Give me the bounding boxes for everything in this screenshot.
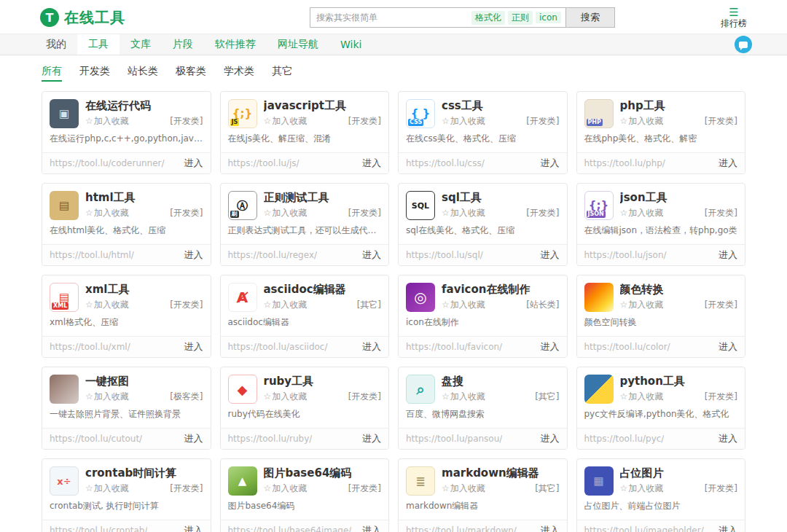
tool-title[interactable]: markdown编辑器 bbox=[442, 466, 560, 480]
tool-card[interactable]: ≣markdown编辑器☆加入收藏[其它]markdown编辑器https://… bbox=[398, 458, 568, 532]
tool-card[interactable]: { }CSScss工具☆加入收藏[开发类]在线css美化、格式化、压缩https… bbox=[398, 91, 568, 174]
enter-link[interactable]: 进入 bbox=[362, 249, 381, 262]
enter-link[interactable]: 进入 bbox=[541, 524, 560, 532]
tool-title[interactable]: php工具 bbox=[620, 99, 738, 113]
tool-title[interactable]: 图片base64编码 bbox=[264, 466, 382, 480]
tool-card[interactable]: {;}JSjavascript工具☆加入收藏[开发类]在线js美化、解压缩、混淆… bbox=[220, 91, 390, 174]
add-favorite-button[interactable]: ☆加入收藏 bbox=[442, 207, 485, 219]
tool-card[interactable]: {;}JSONjson工具☆加入收藏[开发类]在线编辑json，语法检查，转ph… bbox=[576, 183, 746, 266]
tool-card[interactable]: Ⓐ刷正则测试工具☆加入收藏[开发类]正则表达式测试工具，还可以生成代码哦http… bbox=[220, 183, 390, 266]
tool-title[interactable]: 在线运行代码 bbox=[85, 99, 203, 113]
tool-title[interactable]: 一键抠图 bbox=[85, 375, 203, 388]
tool-title[interactable]: crontab时间计算 bbox=[85, 466, 203, 480]
add-favorite-button[interactable]: ☆加入收藏 bbox=[442, 299, 485, 311]
add-favorite-button[interactable]: ☆加入收藏 bbox=[85, 115, 129, 128]
add-favorite-button[interactable]: ☆加入收藏 bbox=[264, 115, 308, 128]
tool-card[interactable]: PHPphp工具☆加入收藏[开发类]在线php美化、格式化、解密https://… bbox=[576, 91, 746, 174]
tool-card[interactable]: ◎favicon在线制作☆加入收藏[站长类]icon在线制作https://to… bbox=[398, 275, 568, 358]
tab-wiki[interactable]: Wiki bbox=[329, 34, 372, 55]
tool-card[interactable]: python工具☆加入收藏[开发类]pyc文件反编译,python美化、格式化h… bbox=[576, 367, 746, 450]
tool-title[interactable]: 颜色转换 bbox=[620, 283, 738, 297]
add-favorite-button[interactable]: ☆加入收藏 bbox=[620, 115, 664, 128]
tool-card[interactable]: ▲图片base64编码☆加入收藏[开发类]图片base64编码https://t… bbox=[220, 458, 390, 532]
tab-snippets[interactable]: 片段 bbox=[162, 34, 204, 55]
add-favorite-button[interactable]: ☆加入收藏 bbox=[620, 207, 664, 219]
chat-icon[interactable] bbox=[735, 36, 752, 53]
ranking-link[interactable]: ☰ 排行榜 bbox=[721, 7, 747, 29]
tool-title[interactable]: python工具 bbox=[620, 375, 738, 388]
enter-link[interactable]: 进入 bbox=[719, 432, 737, 445]
add-favorite-button[interactable]: ☆加入收藏 bbox=[85, 391, 129, 403]
tool-card[interactable]: Ⱥasciidoc编辑器☆加入收藏[其它]asciidoc编辑器https://… bbox=[220, 275, 390, 358]
enter-link[interactable]: 进入 bbox=[541, 157, 560, 170]
tool-title[interactable]: html工具 bbox=[85, 191, 203, 205]
tool-card[interactable]: 颜色转换☆加入收藏[开发类]颜色空间转换https://tool.lu/colo… bbox=[576, 275, 746, 358]
enter-link[interactable]: 进入 bbox=[541, 432, 560, 445]
add-favorite-button[interactable]: ☆加入收藏 bbox=[264, 299, 308, 311]
tool-card[interactable]: ⌕盘搜☆加入收藏[其它]百度、微博网盘搜索https://tool.lu/pan… bbox=[398, 367, 568, 450]
search-input[interactable] bbox=[310, 8, 467, 27]
tool-card[interactable]: ▤XMLxml工具☆加入收藏[开发类]xml格式化、压缩https://tool… bbox=[42, 275, 211, 358]
add-favorite-button[interactable]: ☆加入收藏 bbox=[85, 482, 129, 495]
quicklink-icon[interactable]: icon bbox=[536, 12, 561, 23]
site-title[interactable]: 在线工具 bbox=[64, 8, 125, 28]
tool-title[interactable]: favicon在线制作 bbox=[442, 283, 560, 297]
add-favorite-button[interactable]: ☆加入收藏 bbox=[264, 207, 308, 219]
tool-title[interactable]: 盘搜 bbox=[442, 375, 560, 388]
add-favorite-button[interactable]: ☆加入收藏 bbox=[264, 391, 308, 403]
enter-link[interactable]: 进入 bbox=[719, 157, 737, 170]
tool-card[interactable]: ▤html工具☆加入收藏[开发类]在线html美化、格式化、压缩https://… bbox=[42, 183, 211, 266]
enter-link[interactable]: 进入 bbox=[719, 340, 737, 353]
category-academic[interactable]: 学术类 bbox=[224, 65, 254, 82]
tool-title[interactable]: asciidoc编辑器 bbox=[264, 283, 382, 297]
enter-link[interactable]: 进入 bbox=[184, 524, 203, 532]
enter-link[interactable]: 进入 bbox=[184, 157, 203, 170]
tool-card[interactable]: ◆ruby工具☆加入收藏[开发类]ruby代码在线美化https://tool.… bbox=[220, 367, 390, 450]
enter-link[interactable]: 进入 bbox=[719, 249, 737, 262]
add-favorite-button[interactable]: ☆加入收藏 bbox=[442, 115, 485, 128]
tool-title[interactable]: json工具 bbox=[620, 191, 738, 205]
tool-card[interactable]: ▦占位图片☆加入收藏[开发类]占位图片、前端占位图片https://tool.l… bbox=[576, 458, 746, 532]
add-favorite-button[interactable]: ☆加入收藏 bbox=[620, 482, 664, 495]
enter-link[interactable]: 进入 bbox=[184, 249, 203, 262]
enter-link[interactable]: 进入 bbox=[362, 432, 381, 445]
enter-link[interactable]: 进入 bbox=[541, 249, 560, 262]
category-all[interactable]: 所有 bbox=[42, 65, 62, 82]
tool-title[interactable]: sql工具 bbox=[442, 191, 560, 205]
tool-title[interactable]: css工具 bbox=[442, 99, 560, 113]
tool-card[interactable]: ▣在线运行代码☆加入收藏[开发类]在线运行php,c,c++,go,python… bbox=[42, 91, 211, 174]
add-favorite-button[interactable]: ☆加入收藏 bbox=[442, 391, 485, 403]
category-other[interactable]: 其它 bbox=[272, 65, 292, 82]
tool-card[interactable]: SQLsql工具☆加入收藏[开发类]sql在线美化、格式化、压缩https://… bbox=[398, 183, 568, 266]
add-favorite-button[interactable]: ☆加入收藏 bbox=[620, 391, 664, 403]
tab-mine[interactable]: 我的 bbox=[35, 34, 77, 55]
tool-title[interactable]: xml工具 bbox=[85, 283, 203, 297]
tab-sitenav[interactable]: 网址导航 bbox=[267, 34, 329, 55]
enter-link[interactable]: 进入 bbox=[362, 157, 381, 170]
quicklink-format[interactable]: 格式化 bbox=[471, 11, 505, 25]
add-favorite-button[interactable]: ☆加入收藏 bbox=[264, 482, 308, 495]
enter-link[interactable]: 进入 bbox=[184, 340, 203, 353]
tool-card[interactable]: x÷crontab时间计算☆加入收藏[开发类]crontab测试, 执行时间计算… bbox=[42, 458, 211, 532]
tool-title[interactable]: ruby工具 bbox=[264, 375, 382, 388]
tab-tools[interactable]: 工具 bbox=[77, 34, 120, 55]
enter-link[interactable]: 进入 bbox=[541, 340, 560, 353]
category-dev[interactable]: 开发类 bbox=[79, 65, 110, 82]
tool-card[interactable]: 一键抠图☆加入收藏[极客类]一键去除照片背景、证件照换背景https://too… bbox=[42, 367, 211, 450]
add-favorite-button[interactable]: ☆加入收藏 bbox=[442, 482, 485, 495]
tab-docs[interactable]: 文库 bbox=[120, 34, 162, 55]
quicklink-regex[interactable]: 正则 bbox=[508, 11, 533, 25]
tab-software[interactable]: 软件推荐 bbox=[204, 34, 267, 55]
category-webmaster[interactable]: 站长类 bbox=[128, 65, 158, 82]
tool-title[interactable]: 占位图片 bbox=[620, 466, 738, 480]
enter-link[interactable]: 进入 bbox=[184, 432, 203, 445]
enter-link[interactable]: 进入 bbox=[362, 340, 381, 353]
logo-icon[interactable]: T bbox=[40, 8, 59, 27]
category-geek[interactable]: 极客类 bbox=[176, 65, 206, 82]
enter-link[interactable]: 进入 bbox=[719, 524, 737, 532]
search-button[interactable]: 搜索 bbox=[566, 7, 615, 28]
add-favorite-button[interactable]: ☆加入收藏 bbox=[85, 207, 129, 219]
tool-title[interactable]: javascript工具 bbox=[264, 99, 382, 113]
logo[interactable]: T 在线工具 bbox=[40, 8, 171, 28]
add-favorite-button[interactable]: ☆加入收藏 bbox=[85, 299, 129, 311]
